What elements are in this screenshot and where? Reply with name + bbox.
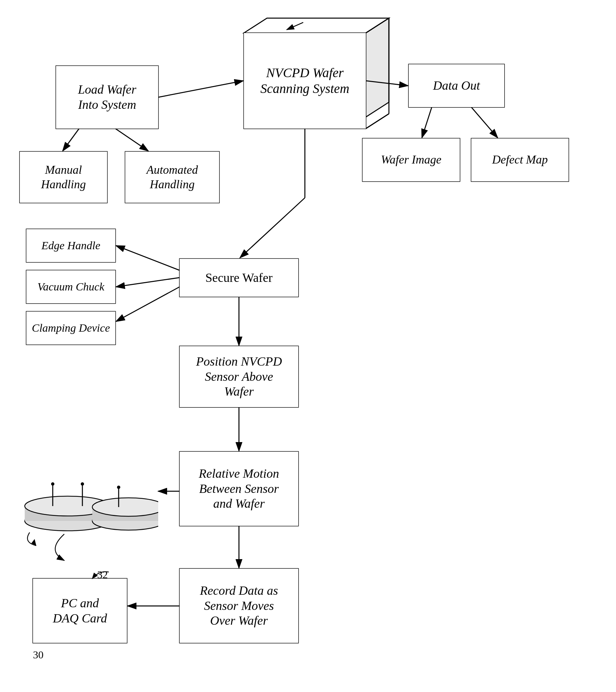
- svg-line-27: [115, 129, 148, 151]
- pc-daq-box: PC andDAQ Card: [33, 579, 127, 643]
- diagram: 10: [0, 0, 616, 692]
- data-out-box: Data Out: [409, 64, 504, 107]
- svg-line-34: [116, 287, 180, 321]
- wafer-discs: [20, 455, 158, 547]
- relative-motion-box: Relative MotionBetween Sensorand Wafer: [180, 452, 298, 526]
- svg-marker-3: [244, 18, 389, 33]
- svg-point-47: [81, 482, 84, 485]
- load-wafer-box: Load WaferInto System: [56, 66, 158, 129]
- svg-line-5: [366, 114, 389, 129]
- vacuum-chuck-box: Vacuum Chuck: [26, 271, 115, 303]
- position-nvcpd-box: Position NVCPDSensor AboveWafer: [180, 346, 298, 407]
- svg-line-31: [240, 198, 305, 258]
- automated-handling-box: AutomatedHandling: [125, 152, 219, 203]
- svg-line-8: [366, 114, 389, 129]
- defect-map-box: Defect Map: [471, 138, 569, 181]
- manual-handling-box: ManualHandling: [20, 152, 107, 203]
- secure-wafer-box: Secure Wafer: [180, 259, 298, 297]
- svg-line-28: [422, 107, 432, 138]
- wafer-image-box: Wafer Image: [362, 138, 460, 181]
- svg-line-33: [116, 278, 180, 287]
- clamping-device-box: Clamping Device: [26, 311, 115, 345]
- nvcpd-box: NVCPD Wafer Scanning System: [244, 33, 366, 129]
- edge-handle-box: Edge Handle: [26, 229, 115, 262]
- svg-line-29: [471, 107, 498, 138]
- svg-marker-4: [366, 18, 389, 117]
- svg-line-32: [116, 245, 180, 271]
- svg-point-51: [92, 498, 158, 516]
- ref-32-arrow: [89, 570, 115, 584]
- svg-point-53: [117, 485, 120, 489]
- ref-30-label: 30: [33, 649, 44, 661]
- ref-10-label: 10: [293, 18, 305, 32]
- record-data-box: Record Data asSensor MovesOver Wafer: [180, 569, 298, 643]
- svg-line-25: [366, 81, 408, 86]
- svg-line-24: [158, 81, 243, 97]
- svg-line-7: [366, 18, 389, 33]
- svg-point-45: [51, 482, 54, 485]
- svg-line-26: [63, 129, 79, 151]
